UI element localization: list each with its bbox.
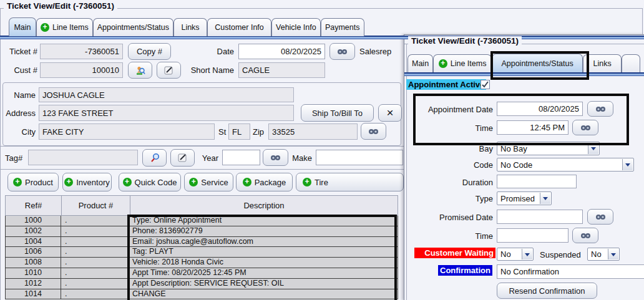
table-row[interactable]: 1000 . Type: Online Appointment <box>5 216 398 226</box>
clear-customer-button[interactable]: × <box>378 104 402 122</box>
year-field[interactable] <box>222 150 260 165</box>
state-field[interactable]: FL <box>228 123 250 140</box>
tab-appointments-status[interactable]: Appointments/Status <box>492 54 583 72</box>
type-value: Promised <box>500 194 535 203</box>
customer-waiting-dropdown[interactable]: No <box>497 248 534 261</box>
plus-icon <box>303 178 311 186</box>
date-field[interactable]: 08/20/2025 <box>238 44 325 59</box>
groupbox-left-line <box>0 8 1 300</box>
table-row[interactable]: 1008 . Vehicle: 2018 Honda Civic <box>5 258 398 268</box>
tab-main[interactable]: Main <box>9 17 36 36</box>
add-quick-code-button[interactable]: Quick Code <box>119 173 181 191</box>
add-package-button[interactable]: Package <box>236 173 293 191</box>
tag-edit-button[interactable] <box>170 149 195 167</box>
add-inventory-label: Inventory <box>76 178 109 187</box>
header-product[interactable]: Product # <box>62 196 130 215</box>
search-magnifier-icon <box>150 153 160 163</box>
confirmation-field[interactable]: No Confirmation <box>497 264 644 279</box>
tab-partial[interactable] <box>622 54 640 72</box>
zip-field[interactable]: 33525 <box>268 123 358 140</box>
cell-product: . <box>61 258 130 268</box>
tab-payments[interactable]: Payments <box>321 18 364 36</box>
promised-date-lookup-button[interactable] <box>587 209 613 225</box>
date-lookup-button[interactable] <box>329 43 355 60</box>
plus-icon <box>243 178 251 186</box>
binoculars-icon <box>337 48 348 55</box>
name-field[interactable]: JOSHUA CAGLE <box>39 87 294 102</box>
tab-customer-info-label: Customer Info <box>215 23 264 32</box>
customer-edit-button[interactable] <box>157 62 181 79</box>
edit-icon <box>164 66 174 75</box>
copy-number-button[interactable]: Copy # <box>128 43 171 60</box>
table-row[interactable]: 1014 . CHANGE <box>5 289 398 300</box>
tag-field[interactable] <box>28 150 138 165</box>
city-field[interactable]: FAKE CITY <box>39 123 215 140</box>
tab-main[interactable]: Main <box>407 54 433 72</box>
chevron-down-icon <box>540 193 550 204</box>
tab-customer-info[interactable]: Customer Info <box>207 18 271 36</box>
bay-dropdown[interactable]: No Bay <box>497 142 600 155</box>
ship-to-bill-to-button[interactable]: Ship To/Bill To <box>301 104 374 122</box>
cust-number-field[interactable]: 100010 <box>40 62 123 78</box>
header-description[interactable]: Description <box>130 196 398 215</box>
year-label: Year <box>195 153 218 163</box>
cell-ref: 1014 <box>6 289 61 299</box>
zip-lookup-button[interactable] <box>361 123 386 140</box>
city-label: City <box>2 127 36 137</box>
tag-search-button[interactable] <box>142 149 167 167</box>
resend-confirmation-button[interactable]: Resend Confirmation <box>497 283 597 299</box>
header-ref[interactable]: Ref# <box>6 196 62 215</box>
ticket-number-field[interactable]: -7360051 <box>40 44 123 59</box>
cell-ref: 1000 <box>6 216 61 226</box>
separator-line <box>0 146 404 147</box>
customer-search-button[interactable] <box>128 62 152 79</box>
make-label: Make <box>290 153 312 163</box>
chevron-down-icon <box>588 143 598 154</box>
promised-date-field[interactable] <box>497 210 583 224</box>
year-lookup-button[interactable] <box>263 149 288 166</box>
state-label: St <box>218 127 226 137</box>
table-row[interactable]: 1006 . Tag: PLAYT <box>5 247 398 258</box>
table-row[interactable]: 1010 . Appt Time: 08/20/2025 12:45 PM <box>5 268 398 279</box>
table-row[interactable]: 1012 . Appt Description: SERVICE REQUEST… <box>5 279 398 289</box>
appointment-time-lookup-button[interactable] <box>572 120 598 135</box>
make-field[interactable] <box>316 150 403 165</box>
cell-ref: 1008 <box>6 258 61 268</box>
appointment-time-field[interactable]: 12:45 PM <box>497 120 568 135</box>
type-dropdown[interactable]: Promised <box>497 191 552 205</box>
cell-description: Type: Online Appointment <box>130 216 398 226</box>
add-inventory-button[interactable]: Inventory <box>62 173 112 191</box>
suspended-dropdown[interactable]: No <box>587 248 620 261</box>
cell-product: . <box>61 226 130 236</box>
table-row[interactable]: 1004 . Email: joshua.cagle@autoflow.com <box>5 237 398 248</box>
promised-time-lookup-button[interactable] <box>572 228 598 243</box>
duration-field[interactable] <box>497 175 577 188</box>
ticket-window-appointments: Ticket View/Edit (-7360051) Main Line It… <box>404 34 644 300</box>
zip-label: Zip <box>253 127 264 137</box>
tab-appointments-status-label: Appointments/Status <box>501 59 573 68</box>
cell-ref: 1004 <box>6 237 61 247</box>
add-product-button[interactable]: Product <box>7 173 59 191</box>
table-row[interactable]: 1002 . Phone: 8136902779 <box>5 226 398 237</box>
tab-line-items-label: Line Items <box>52 23 89 32</box>
tab-links[interactable]: Links <box>173 18 207 36</box>
tab-vehicle-info[interactable]: Vehicle Info <box>271 18 321 36</box>
add-service-button[interactable]: Service <box>184 173 233 191</box>
tab-links[interactable]: Links <box>583 54 622 72</box>
promised-time-field[interactable] <box>497 228 568 243</box>
short-name-field[interactable]: CAGLE <box>238 62 325 78</box>
appointment-active-checkbox[interactable] <box>481 80 490 89</box>
tab-line-items[interactable]: Line Items <box>36 18 93 36</box>
code-dropdown[interactable]: No Code <box>497 158 634 172</box>
cell-product: . <box>61 268 130 278</box>
confirmation-label: Confirmation <box>438 265 492 276</box>
appointment-date-field[interactable]: 08/20/2025 <box>497 102 583 116</box>
tab-line-items[interactable]: Line Items <box>433 54 492 72</box>
binoculars-icon <box>595 213 606 220</box>
cell-product: . <box>61 279 130 289</box>
plus-icon <box>64 178 73 186</box>
address-field[interactable]: 123 FAKE STREET <box>39 105 294 121</box>
add-tire-button[interactable]: Tire <box>296 173 404 191</box>
appointment-date-lookup-button[interactable] <box>587 101 613 117</box>
tab-appointments-status[interactable]: Appointments/Status <box>93 18 173 36</box>
